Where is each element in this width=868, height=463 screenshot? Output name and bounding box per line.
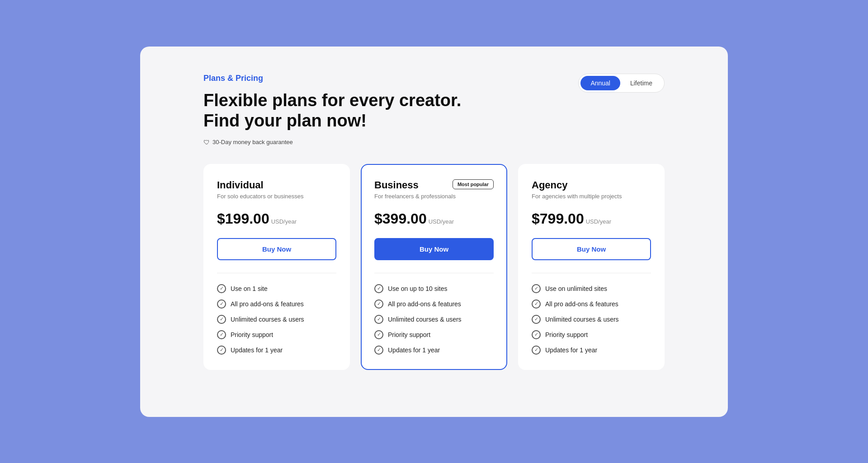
plan-name-agency: Agency [532,179,651,191]
feature-list-agency: ✓ Use on unlimited sites ✓ All pro add-o… [532,284,651,355]
divider-individual [217,273,336,273]
plan-period-individual: USD/year [271,218,297,225]
list-item: ✓ All pro add-ons & features [374,299,494,309]
check-icon: ✓ [374,299,383,309]
plan-desc-business: For freelancers & professionals [374,193,494,200]
pricing-page: Annual Lifetime Plans & Pricing Flexible… [140,47,728,417]
plans-grid: Individual For solo educators or busines… [203,164,665,370]
check-icon: ✓ [374,330,383,339]
list-item: ✓ All pro add-ons & features [532,299,651,309]
check-icon: ✓ [532,315,541,324]
plan-card-agency: Agency For agencies with multiple projec… [518,164,665,370]
popular-badge: Most popular [453,179,494,189]
plan-price-row-business: $399.00 USD/year [374,210,494,227]
list-item: ✓ Priority support [374,330,494,339]
list-item: ✓ Use on unlimited sites [532,284,651,293]
list-item: ✓ All pro add-ons & features [217,299,336,309]
check-icon: ✓ [532,284,541,293]
billing-toggle: Annual Lifetime [578,74,665,93]
feature-list-business: ✓ Use on up to 10 sites ✓ All pro add-on… [374,284,494,355]
annual-toggle-button[interactable]: Annual [580,76,620,90]
buy-button-individual[interactable]: Buy Now [217,238,336,260]
plan-price-agency: $799.00 [532,210,584,227]
check-icon: ✓ [217,299,226,309]
list-item: ✓ Updates for 1 year [374,346,494,355]
divider-business [374,273,494,273]
plan-card-business: Most popular Business For freelancers & … [361,164,507,370]
check-icon: ✓ [532,299,541,309]
list-item: ✓ Unlimited courses & users [217,315,336,324]
plan-desc-individual: For solo educators or businesses [217,193,336,200]
list-item: ✓ Priority support [217,330,336,339]
check-icon: ✓ [374,284,383,293]
plan-card-individual: Individual For solo educators or busines… [203,164,350,370]
lifetime-toggle-button[interactable]: Lifetime [620,76,662,90]
check-icon: ✓ [217,346,226,355]
plan-period-business: USD/year [429,218,454,225]
feature-list-individual: ✓ Use on 1 site ✓ All pro add-ons & feat… [217,284,336,355]
check-icon: ✓ [532,330,541,339]
divider-agency [532,273,651,273]
check-icon: ✓ [374,315,383,324]
check-icon: ✓ [374,346,383,355]
plan-price-row-agency: $799.00 USD/year [532,210,651,227]
list-item: ✓ Use on up to 10 sites [374,284,494,293]
list-item: ✓ Use on 1 site [217,284,336,293]
plan-desc-agency: For agencies with multiple projects [532,193,651,200]
guarantee-text: 🛡 30-Day money back guarantee [203,139,665,146]
list-item: ✓ Updates for 1 year [532,346,651,355]
list-item: ✓ Updates for 1 year [217,346,336,355]
check-icon: ✓ [217,284,226,293]
plan-period-agency: USD/year [586,218,611,225]
check-icon: ✓ [217,330,226,339]
buy-button-agency[interactable]: Buy Now [532,238,651,260]
shield-icon: 🛡 [203,139,210,146]
list-item: ✓ Unlimited courses & users [532,315,651,324]
headline: Flexible plans for every creator. Find y… [203,90,665,131]
list-item: ✓ Unlimited courses & users [374,315,494,324]
plan-price-individual: $199.00 [217,210,269,227]
buy-button-business[interactable]: Buy Now [374,238,494,260]
plan-price-business: $399.00 [374,210,427,227]
list-item: ✓ Priority support [532,330,651,339]
check-icon: ✓ [532,346,541,355]
plan-price-row-individual: $199.00 USD/year [217,210,336,227]
check-icon: ✓ [217,315,226,324]
plan-name-individual: Individual [217,179,336,191]
